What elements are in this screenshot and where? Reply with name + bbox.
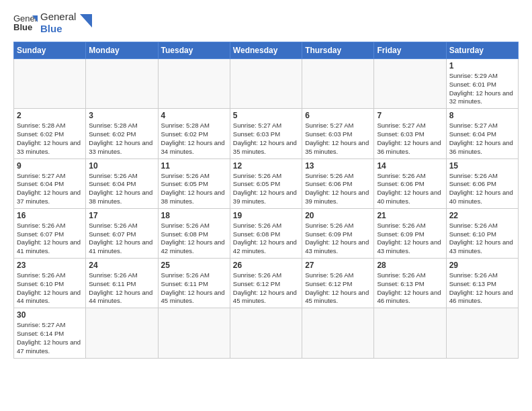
day-info: Sunrise: 5:26 AM Sunset: 6:04 PM Dayligh… <box>89 172 154 206</box>
calendar-day <box>86 59 158 109</box>
calendar-day: 4Sunrise: 5:28 AM Sunset: 6:02 PM Daylig… <box>158 109 230 158</box>
day-number: 12 <box>233 161 299 171</box>
calendar-day: 14Sunrise: 5:26 AM Sunset: 6:06 PM Dayli… <box>374 158 446 208</box>
calendar-day: 16Sunrise: 5:26 AM Sunset: 6:07 PM Dayli… <box>14 208 86 258</box>
logo-triangle-icon <box>80 14 92 29</box>
calendar-week-row: 2Sunrise: 5:28 AM Sunset: 6:02 PM Daylig… <box>14 109 519 158</box>
day-number: 26 <box>233 261 299 270</box>
calendar-day: 19Sunrise: 5:26 AM Sunset: 6:08 PM Dayli… <box>230 208 302 258</box>
day-number: 4 <box>161 111 227 120</box>
day-number: 25 <box>161 261 227 270</box>
calendar-week-row: 9Sunrise: 5:27 AM Sunset: 6:04 PM Daylig… <box>14 158 519 208</box>
day-number: 1 <box>449 61 515 71</box>
day-number: 13 <box>305 161 371 171</box>
day-info: Sunrise: 5:28 AM Sunset: 6:02 PM Dayligh… <box>17 122 83 156</box>
calendar-day: 21Sunrise: 5:26 AM Sunset: 6:09 PM Dayli… <box>374 208 446 258</box>
calendar-day: 29Sunrise: 5:26 AM Sunset: 6:13 PM Dayli… <box>446 259 518 308</box>
calendar-day: 3Sunrise: 5:28 AM Sunset: 6:02 PM Daylig… <box>86 109 158 158</box>
day-info: Sunrise: 5:26 AM Sunset: 6:10 PM Dayligh… <box>17 271 83 306</box>
logo-general: General <box>40 11 76 23</box>
calendar-day: 9Sunrise: 5:27 AM Sunset: 6:04 PM Daylig… <box>14 158 86 208</box>
day-number: 24 <box>89 261 154 270</box>
calendar-day <box>158 308 230 358</box>
calendar-day: 12Sunrise: 5:26 AM Sunset: 6:05 PM Dayli… <box>230 158 302 208</box>
day-info: Sunrise: 5:26 AM Sunset: 6:05 PM Dayligh… <box>161 172 227 206</box>
day-number: 17 <box>89 211 154 220</box>
day-info: Sunrise: 5:26 AM Sunset: 6:11 PM Dayligh… <box>89 271 154 306</box>
calendar-day: 6Sunrise: 5:27 AM Sunset: 6:03 PM Daylig… <box>302 109 374 158</box>
calendar-day: 2Sunrise: 5:28 AM Sunset: 6:02 PM Daylig… <box>14 109 86 158</box>
calendar-day: 10Sunrise: 5:26 AM Sunset: 6:04 PM Dayli… <box>86 158 158 208</box>
day-info: Sunrise: 5:26 AM Sunset: 6:09 PM Dayligh… <box>305 222 371 256</box>
weekday-header-row: SundayMondayTuesdayWednesdayThursdayFrid… <box>14 42 519 59</box>
weekday-header-tuesday: Tuesday <box>158 42 230 59</box>
day-info: Sunrise: 5:29 AM Sunset: 6:01 PM Dayligh… <box>449 72 515 106</box>
calendar-day <box>446 308 518 358</box>
calendar-week-row: 1Sunrise: 5:29 AM Sunset: 6:01 PM Daylig… <box>14 59 519 109</box>
calendar-day <box>374 308 446 358</box>
day-number: 18 <box>161 211 227 220</box>
calendar-day <box>230 59 302 109</box>
day-info: Sunrise: 5:27 AM Sunset: 6:03 PM Dayligh… <box>305 122 371 156</box>
day-number: 15 <box>449 161 515 171</box>
calendar-table: SundayMondayTuesdayWednesdayThursdayFrid… <box>13 42 519 359</box>
calendar-day: 26Sunrise: 5:26 AM Sunset: 6:12 PM Dayli… <box>230 259 302 308</box>
day-number: 28 <box>377 261 443 270</box>
calendar-day: 1Sunrise: 5:29 AM Sunset: 6:01 PM Daylig… <box>446 59 518 109</box>
day-info: Sunrise: 5:26 AM Sunset: 6:08 PM Dayligh… <box>161 222 227 256</box>
calendar-day: 25Sunrise: 5:26 AM Sunset: 6:11 PM Dayli… <box>158 259 230 308</box>
weekday-header-thursday: Thursday <box>302 42 374 59</box>
day-number: 7 <box>377 111 443 120</box>
calendar-day: 17Sunrise: 5:26 AM Sunset: 6:07 PM Dayli… <box>86 208 158 258</box>
day-info: Sunrise: 5:26 AM Sunset: 6:06 PM Dayligh… <box>377 172 443 206</box>
day-info: Sunrise: 5:28 AM Sunset: 6:02 PM Dayligh… <box>89 122 154 156</box>
header: General Blue General Blue <box>13 11 519 35</box>
day-info: Sunrise: 5:26 AM Sunset: 6:12 PM Dayligh… <box>305 271 371 306</box>
day-number: 8 <box>449 111 515 120</box>
day-info: Sunrise: 5:28 AM Sunset: 6:02 PM Dayligh… <box>161 122 227 156</box>
day-info: Sunrise: 5:26 AM Sunset: 6:10 PM Dayligh… <box>449 222 515 256</box>
day-number: 16 <box>17 211 83 220</box>
day-info: Sunrise: 5:26 AM Sunset: 6:08 PM Dayligh… <box>233 222 299 256</box>
svg-marker-3 <box>80 14 92 28</box>
day-number: 19 <box>233 211 299 220</box>
day-number: 30 <box>17 310 83 320</box>
weekday-header-monday: Monday <box>86 42 158 59</box>
calendar-day <box>302 308 374 358</box>
day-info: Sunrise: 5:26 AM Sunset: 6:12 PM Dayligh… <box>233 271 299 306</box>
logo-icon: General Blue <box>13 13 38 33</box>
svg-text:Blue: Blue <box>13 22 32 32</box>
calendar-week-row: 16Sunrise: 5:26 AM Sunset: 6:07 PM Dayli… <box>14 208 519 258</box>
day-number: 2 <box>17 111 83 120</box>
weekday-header-sunday: Sunday <box>14 42 86 59</box>
day-number: 5 <box>233 111 299 120</box>
day-info: Sunrise: 5:26 AM Sunset: 6:07 PM Dayligh… <box>17 222 83 256</box>
calendar-day <box>230 308 302 358</box>
day-info: Sunrise: 5:26 AM Sunset: 6:05 PM Dayligh… <box>233 172 299 206</box>
day-number: 23 <box>17 261 83 270</box>
calendar-day: 5Sunrise: 5:27 AM Sunset: 6:03 PM Daylig… <box>230 109 302 158</box>
day-number: 14 <box>377 161 443 171</box>
calendar-day: 28Sunrise: 5:26 AM Sunset: 6:13 PM Dayli… <box>374 259 446 308</box>
calendar-day: 18Sunrise: 5:26 AM Sunset: 6:08 PM Dayli… <box>158 208 230 258</box>
weekday-header-wednesday: Wednesday <box>230 42 302 59</box>
weekday-header-saturday: Saturday <box>446 42 518 59</box>
calendar-day: 22Sunrise: 5:26 AM Sunset: 6:10 PM Dayli… <box>446 208 518 258</box>
day-info: Sunrise: 5:26 AM Sunset: 6:13 PM Dayligh… <box>377 271 443 306</box>
day-info: Sunrise: 5:26 AM Sunset: 6:06 PM Dayligh… <box>449 172 515 206</box>
calendar-day <box>86 308 158 358</box>
day-number: 21 <box>377 211 443 220</box>
calendar-day <box>374 59 446 109</box>
day-info: Sunrise: 5:27 AM Sunset: 6:03 PM Dayligh… <box>233 122 299 156</box>
day-info: Sunrise: 5:27 AM Sunset: 6:03 PM Dayligh… <box>377 122 443 156</box>
day-number: 10 <box>89 161 154 171</box>
logo-blue: Blue <box>40 23 76 35</box>
day-number: 27 <box>305 261 371 270</box>
day-info: Sunrise: 5:26 AM Sunset: 6:11 PM Dayligh… <box>161 271 227 306</box>
logo: General Blue General Blue <box>13 11 92 35</box>
calendar-day: 24Sunrise: 5:26 AM Sunset: 6:11 PM Dayli… <box>86 259 158 308</box>
day-number: 29 <box>449 261 515 270</box>
calendar-day: 11Sunrise: 5:26 AM Sunset: 6:05 PM Dayli… <box>158 158 230 208</box>
calendar-day: 8Sunrise: 5:27 AM Sunset: 6:04 PM Daylig… <box>446 109 518 158</box>
day-info: Sunrise: 5:27 AM Sunset: 6:04 PM Dayligh… <box>449 122 515 156</box>
